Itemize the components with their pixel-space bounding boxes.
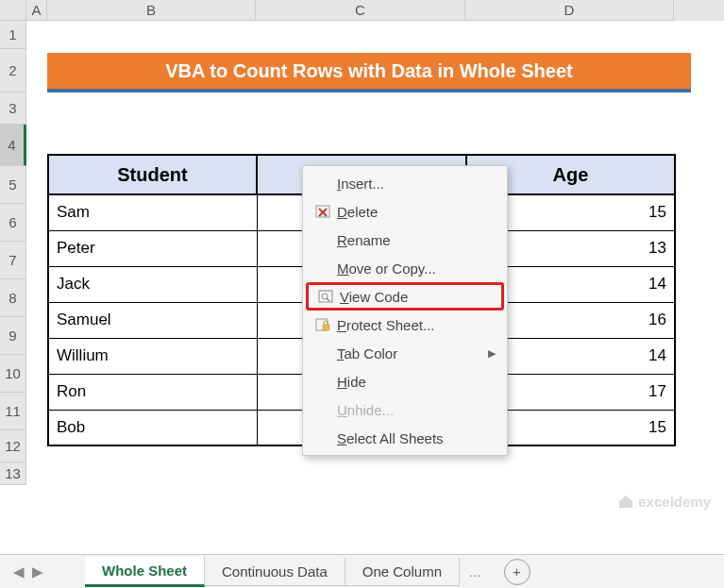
svg-rect-5 — [323, 325, 329, 330]
add-sheet-button[interactable]: + — [504, 559, 530, 585]
col-header-a[interactable]: A — [26, 0, 47, 21]
protect-icon — [309, 316, 337, 333]
row-header-8[interactable]: 8 — [0, 279, 26, 317]
row-header-7[interactable]: 7 — [0, 242, 26, 279]
menu-delete[interactable]: Delete — [303, 197, 507, 226]
row-header-5[interactable]: 5 — [0, 166, 26, 204]
row-header-9[interactable]: 9 — [0, 317, 26, 355]
sheet-tab-continuous-data[interactable]: Continuous Data — [205, 558, 345, 586]
sheet-tab-bar: ◀ ▶ Whole Sheet Continuous Data One Colu… — [0, 554, 724, 588]
col-header-c[interactable]: C — [256, 0, 465, 21]
table-header-student[interactable]: Student — [48, 155, 257, 194]
tab-nav-next[interactable]: ▶ — [28, 563, 47, 581]
svg-rect-1 — [319, 291, 332, 302]
sheet-context-menu: Insert... Delete Rename Move or Copy... … — [302, 165, 508, 456]
title-banner: VBA to Count Rows with Data in Whole She… — [47, 53, 691, 92]
view-code-icon — [311, 288, 340, 305]
row-header-10[interactable]: 10 — [0, 355, 26, 393]
row-header-11[interactable]: 11 — [0, 393, 26, 430]
tab-overflow[interactable]: ... — [460, 558, 491, 585]
sheet-tab-whole-sheet[interactable]: Whole Sheet — [85, 557, 205, 587]
svg-line-3 — [327, 298, 329, 301]
col-header-b[interactable]: B — [47, 0, 256, 21]
row-header-6[interactable]: 6 — [0, 204, 26, 242]
row-headers-col: 1 2 3 4 5 6 7 8 9 10 11 12 13 — [0, 21, 26, 485]
row-header-12[interactable]: 12 — [0, 430, 26, 462]
watermark-icon — [617, 493, 634, 510]
menu-tab-color[interactable]: Tab Color ▶ — [303, 339, 507, 367]
tab-nav-prev[interactable]: ◀ — [9, 563, 28, 581]
menu-protect-sheet[interactable]: Protect Sheet... — [303, 311, 507, 339]
submenu-arrow-icon: ▶ — [488, 347, 496, 360]
menu-hide[interactable]: Hide — [303, 367, 507, 395]
menu-rename[interactable]: Rename — [303, 226, 507, 254]
menu-insert[interactable]: Insert... — [303, 169, 507, 197]
sheet-tab-one-column[interactable]: One Column — [345, 558, 460, 586]
menu-move-copy[interactable]: Move or Copy... — [303, 254, 507, 282]
row-header-4[interactable]: 4 — [0, 125, 26, 166]
select-all-corner[interactable] — [0, 0, 26, 21]
menu-view-code[interactable]: View Code — [306, 282, 504, 311]
delete-icon — [309, 203, 337, 220]
menu-select-all-sheets[interactable]: Select All Sheets — [303, 424, 507, 452]
column-headers-row: A B C D — [0, 0, 724, 21]
row-header-1[interactable]: 1 — [0, 21, 26, 49]
menu-unhide: Unhide... — [303, 395, 507, 424]
watermark: exceldemy — [617, 493, 711, 510]
row-header-2[interactable]: 2 — [0, 49, 26, 92]
row-header-3[interactable]: 3 — [0, 92, 26, 125]
spreadsheet-grid: A B C D 1 2 3 4 5 6 7 8 9 10 11 12 13 VB… — [0, 0, 724, 547]
row-header-13[interactable]: 13 — [0, 462, 26, 485]
col-header-d[interactable]: D — [465, 0, 674, 21]
